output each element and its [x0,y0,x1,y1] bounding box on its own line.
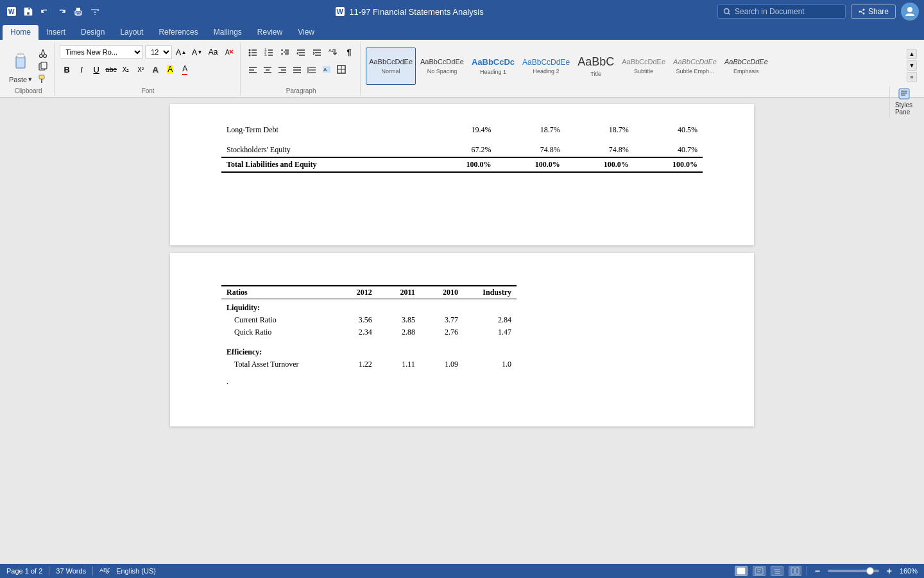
outline-view-button[interactable] [771,566,783,576]
search-input[interactable] [735,7,840,16]
decrease-indent-button[interactable] [294,45,308,59]
sort-button[interactable]: AZ [326,45,340,59]
zoom-in-button[interactable]: + [884,566,894,576]
align-right-button[interactable] [275,62,289,76]
svg-point-14 [907,7,912,12]
table-cell-val: 74.8% [565,143,634,157]
read-mode-button[interactable] [789,566,801,576]
styles-gallery: AaBbCcDdEe Normal AaBbCcDdEe No Spacing … [366,45,905,86]
paragraph-controls: 1.2.3. AZ ¶ [246,45,356,76]
style-normal[interactable]: AaBbCcDdEe Normal [366,48,416,85]
style-heading1[interactable]: AaBbCcDc Heading 1 [468,48,518,85]
bullets-button[interactable] [246,45,260,59]
borders-button[interactable] [334,62,348,76]
highlight-color-button[interactable]: A [163,62,177,76]
copy-button[interactable] [36,60,50,72]
format-painter-button[interactable] [36,73,50,85]
styles-expand[interactable]: ≡ [907,72,917,82]
share-button[interactable]: Share [851,4,896,19]
zoom-thumb [866,567,874,575]
align-center-button[interactable] [261,62,275,76]
svg-rect-3 [76,8,80,11]
title-bar-left: W [5,5,101,18]
increase-font-button[interactable]: A▲ [174,45,188,59]
ratios-cell-val: 1.11 [377,358,420,371]
style-subtitle[interactable]: AaBbCcDdEe Subtitle [619,48,669,85]
svg-line-20 [41,49,43,55]
styles-scroll-down[interactable]: ▼ [907,60,917,71]
tab-view[interactable]: View [290,25,322,40]
print-layout-button[interactable] [735,566,748,576]
account-icon[interactable] [901,3,919,21]
decrease-font-button[interactable]: A▼ [190,45,204,59]
page2-table-wrapper: Ratios 2012 2011 2010 Industry Liquidity… [221,285,703,388]
style-no-spacing[interactable]: AaBbCcDdEe No Spacing [417,48,467,85]
justify-button[interactable] [290,62,304,76]
redo-icon[interactable] [55,5,68,18]
font-controls: Times New Ro... 12 A▲ A▼ Aa A B I U [60,45,236,76]
clipboard-small-buttons [36,45,50,85]
style-title[interactable]: AaBbC Title [574,48,617,85]
page1-table: Long-Term Debt 19.4% 18.7% 18.7% 40.5% S… [221,123,703,179]
line-spacing-button[interactable] [305,62,319,76]
underline-button[interactable]: U [89,62,103,76]
style-subtle-emph[interactable]: AaBbCcDdEe Subtle Emph... [670,48,720,85]
paste-icon [11,53,30,75]
change-case-button[interactable]: Aa [206,45,220,59]
ratios-cell-val: 2.76 [420,326,463,338]
tab-review[interactable]: Review [250,25,290,40]
font-family-select[interactable]: Times New Ro... [60,45,143,59]
tab-mailings[interactable]: Mailings [206,25,250,40]
customize-icon[interactable] [89,5,101,18]
search-box[interactable] [717,4,846,19]
font-color-button[interactable]: A [178,62,192,76]
numbering-button[interactable]: 1.2.3. [262,45,276,59]
style-heading2[interactable]: AaBbCcDdEe Heading 2 [519,48,573,85]
text-effects-button[interactable]: A [148,62,162,76]
ratios-col-header-5: Industry [463,286,517,299]
styles-pane-button[interactable]: StylesPane [889,86,918,118]
print-icon[interactable] [72,5,85,18]
style-emphasis[interactable]: AaBbCcDdEe Emphasis [721,48,771,85]
styles-scroll-up[interactable]: ▲ [907,49,917,59]
tab-home[interactable]: Home [3,25,38,40]
table-row-empty [221,338,517,344]
superscript-button[interactable]: X² [133,62,148,76]
cut-button[interactable] [36,48,50,59]
svg-point-10 [859,11,860,13]
clear-formatting-button[interactable]: A [222,45,236,59]
paste-button[interactable]: Paste ▾ [6,45,35,85]
italic-button[interactable]: I [74,62,89,76]
save-icon[interactable] [22,5,35,18]
tab-insert[interactable]: Insert [38,25,73,40]
subscript-button[interactable]: X₂ [119,62,133,76]
tab-references[interactable]: References [151,25,205,40]
zoom-out-button[interactable]: − [812,566,823,576]
language: English (US) [116,567,156,575]
undo-icon[interactable] [38,5,51,18]
tab-design[interactable]: Design [73,25,112,40]
bold-button[interactable]: B [60,62,74,76]
shading-button[interactable]: A [320,62,334,76]
spelling-check-icon[interactable]: ABC [99,566,110,576]
increase-indent-button[interactable] [310,45,324,59]
font-size-select[interactable]: 12 [145,45,172,59]
word-logo[interactable]: W [5,5,18,18]
tab-layout[interactable]: Layout [112,25,151,40]
ratios-col-header-2: 2012 [334,286,377,299]
zoom-slider[interactable] [828,570,879,572]
strikethrough-button[interactable]: abc [104,62,118,76]
svg-rect-15 [16,57,25,68]
document-area[interactable]: Long-Term Debt 19.4% 18.7% 18.7% 40.5% S… [0,98,924,564]
table-cell-val: 100.0% [565,157,634,172]
multilevel-list-button[interactable] [278,45,292,59]
ratios-cell-val: 3.77 [420,314,463,326]
svg-point-7 [724,9,729,14]
show-formatting-button[interactable]: ¶ [342,45,356,59]
ratios-header-row: Ratios 2012 2011 2010 Industry [221,286,517,299]
ratios-col-header-3: 2011 [377,286,420,299]
ratios-section-label: Efficiency: [221,344,334,358]
align-left-button[interactable] [246,62,260,76]
web-layout-button[interactable] [753,566,766,576]
svg-text:ABC: ABC [99,567,110,574]
